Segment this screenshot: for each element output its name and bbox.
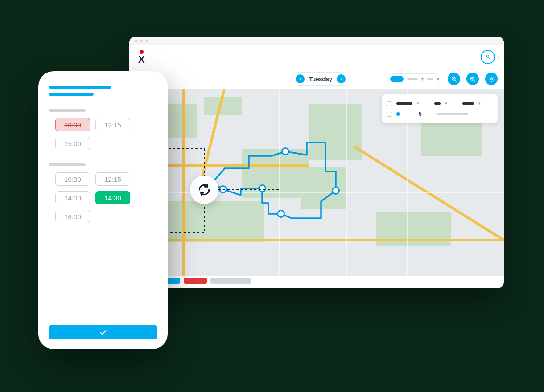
status-chip[interactable] (210, 278, 251, 284)
timeslot-chip[interactable]: 12:15 (95, 118, 130, 131)
legend-header-row: ▾ ▾ ▾ (387, 98, 492, 109)
timeslot-chip[interactable]: 10:00 (55, 172, 90, 186)
svg-line-2 (455, 80, 456, 81)
sync-indicator (190, 176, 218, 204)
sync-icon (197, 183, 211, 197)
day-navigator: ‹ Tuesday › (293, 72, 349, 86)
account-menu-button[interactable] (481, 50, 495, 64)
gear-icon (488, 76, 495, 82)
timeslot-chip[interactable]: 16:00 (55, 210, 90, 223)
route-waypoint[interactable] (258, 184, 266, 192)
legend-stop-count: 5 (419, 111, 422, 117)
next-day-button[interactable]: › (337, 74, 346, 83)
svg-point-0 (487, 55, 489, 57)
check-icon (99, 328, 107, 337)
desktop-app-window: X ‹ Tuesday › ▾ ▾ (129, 37, 504, 288)
zoom-out-button[interactable] (448, 73, 460, 85)
logo-x-icon: X (138, 55, 145, 65)
legend-route-row[interactable]: 5 (387, 109, 492, 119)
timeslot-group-label (49, 163, 86, 166)
timeslot-group-label (49, 109, 86, 112)
map-legend-panel: ▾ ▾ ▾ 5 (382, 94, 498, 123)
user-icon (484, 53, 492, 61)
route-waypoint[interactable] (281, 147, 289, 155)
app-logo: X (138, 50, 145, 65)
timeslot-group-2: 10:00 12:15 14:00 14:30 16:00 (49, 172, 157, 223)
svg-point-8 (490, 78, 492, 80)
zoom-in-icon (470, 76, 476, 82)
zoom-out-icon (451, 76, 457, 82)
confirm-button[interactable] (49, 325, 157, 339)
route-filter-pill[interactable]: ▾ ▾ (388, 74, 441, 84)
current-day-label: Tuesday (309, 76, 332, 82)
timeslot-chip[interactable]: 10:00 (55, 118, 90, 131)
phone-title (49, 86, 157, 96)
logo-dot-icon (140, 50, 144, 54)
route-waypoint[interactable] (277, 210, 285, 218)
toolbar: ‹ Tuesday › ▾ ▾ (129, 69, 504, 89)
mobile-schedule-panel: 10:00 12:15 15:00 10:00 12:15 14:00 14:3… (38, 71, 168, 349)
timeslot-chip[interactable]: 15:00 (55, 137, 90, 150)
window-titlebar (129, 37, 504, 45)
route-waypoint[interactable] (219, 185, 227, 193)
timeslot-group-1: 10:00 12:15 15:00 (49, 118, 157, 150)
legend-route-checkbox[interactable] (387, 112, 392, 117)
route-waypoint[interactable] (332, 187, 340, 195)
prev-day-button[interactable]: ‹ (296, 74, 305, 83)
traffic-light-close[interactable] (135, 40, 137, 42)
timeslot-chip[interactable]: 12:15 (95, 172, 130, 186)
legend-route-color-icon (396, 112, 400, 116)
legend-select-all-checkbox[interactable] (387, 101, 392, 106)
zoom-in-button[interactable] (466, 73, 479, 85)
traffic-light-max[interactable] (145, 40, 148, 42)
traffic-light-min[interactable] (140, 40, 143, 42)
timeslot-chip-selected[interactable]: 14:30 (95, 191, 130, 204)
status-chip[interactable] (184, 278, 207, 284)
app-header: X (129, 45, 504, 69)
svg-line-5 (474, 80, 475, 81)
timeslot-chip[interactable]: 14:00 (55, 191, 90, 204)
map-area[interactable]: ▾ ▾ ▾ 5 (129, 89, 504, 276)
settings-button[interactable] (485, 73, 498, 85)
